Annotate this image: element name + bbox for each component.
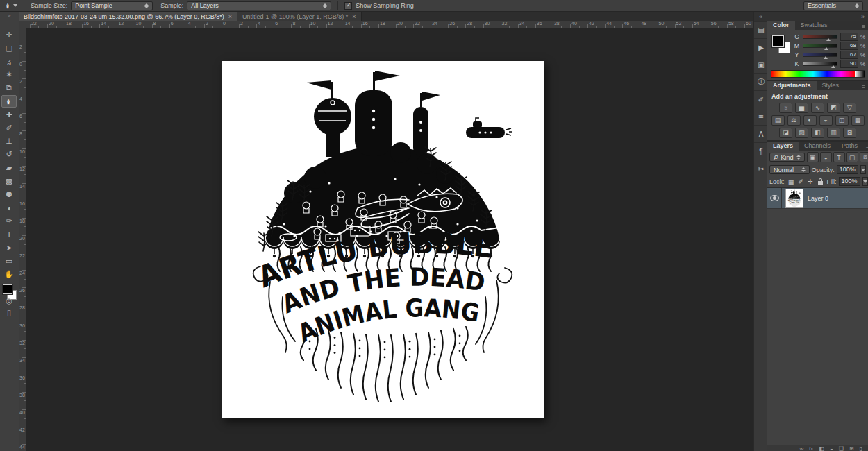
path-selection-tool[interactable]: ➤ bbox=[1, 241, 17, 254]
color-fg-bg-swatches[interactable] bbox=[772, 35, 790, 53]
lock-all-button[interactable] bbox=[816, 177, 825, 186]
layer-filter-kind-dropdown[interactable]: ⚲ Kind bbox=[769, 153, 805, 162]
new-layer-icon[interactable]: ⊞ bbox=[849, 446, 854, 451]
tool-presets-panel[interactable]: ✂ bbox=[754, 160, 768, 177]
channel-slider[interactable] bbox=[803, 35, 837, 39]
document-tab[interactable]: Bildschirmfoto 2017-03-24 um 15.32.00.pn… bbox=[19, 12, 237, 21]
eyedropper-tool[interactable]: ✒ bbox=[1, 95, 17, 108]
layer-row[interactable]: Layer 0 bbox=[767, 188, 868, 209]
add-layer-mask-icon[interactable]: ◧ bbox=[819, 446, 824, 451]
grayscale-ramp[interactable] bbox=[855, 71, 865, 77]
channel-value-field[interactable]: 75 bbox=[840, 33, 858, 41]
black-white-adjustment-button[interactable]: ◐ bbox=[803, 115, 817, 126]
panel-tab-color[interactable]: Color bbox=[767, 21, 795, 30]
panel-tab-paths[interactable]: Paths bbox=[836, 142, 863, 151]
gradient-tool[interactable]: ▩ bbox=[1, 175, 17, 187]
quick-mask-mode[interactable]: ◎ bbox=[1, 294, 17, 307]
close-tab-icon[interactable]: × bbox=[352, 13, 356, 20]
channel-mixer-adjustment-button[interactable]: ◫ bbox=[835, 115, 849, 126]
panel-tab-channels[interactable]: Channels bbox=[799, 142, 836, 151]
current-tool-button[interactable]: ✒ bbox=[5, 1, 17, 10]
posterize-adjustment-button[interactable]: ▨ bbox=[795, 128, 808, 138]
opacity-dropdown-icon[interactable] bbox=[860, 165, 866, 174]
document-pasteboard[interactable]: ARTLU BUBBLE AND THE DEAD ANIMAL GANG bbox=[26, 28, 753, 451]
slider-thumb-icon[interactable] bbox=[826, 38, 831, 41]
panel-menu-icon[interactable]: ≡ bbox=[859, 84, 868, 90]
gradient-map-adjustment-button[interactable]: ▥ bbox=[827, 128, 840, 138]
show-sampling-ring-checkbox[interactable]: ✓ bbox=[344, 2, 352, 10]
crop-tool[interactable]: ⧉ bbox=[1, 82, 17, 94]
slider-thumb-icon[interactable] bbox=[831, 65, 835, 68]
clone-stamp-tool[interactable]: ⊥ bbox=[1, 135, 17, 148]
actions-panel[interactable]: ▶ bbox=[754, 38, 768, 56]
fill-field[interactable]: 100% bbox=[839, 177, 860, 186]
hand-tool[interactable]: ✋ bbox=[1, 269, 17, 281]
slider-thumb-icon[interactable] bbox=[824, 56, 828, 59]
channel-slider[interactable] bbox=[803, 62, 837, 66]
healing-brush-tool[interactable]: ✚ bbox=[1, 108, 17, 121]
photo-filter-adjustment-button[interactable]: ◒ bbox=[819, 115, 833, 126]
horizontal-ruler[interactable]: 2220181614121086420246810121416182022242… bbox=[26, 21, 753, 28]
document-canvas[interactable]: ARTLU BUBBLE AND THE DEAD ANIMAL GANG bbox=[222, 61, 544, 418]
new-adjustment-layer-icon[interactable]: ◒ bbox=[830, 446, 833, 451]
close-tab-icon[interactable]: × bbox=[228, 13, 232, 20]
move-tool[interactable]: ✛ bbox=[1, 28, 17, 41]
brush-tool[interactable]: ✐ bbox=[1, 121, 17, 134]
color-balance-adjustment-button[interactable]: ⚖ bbox=[787, 115, 801, 126]
toolbar-collapse-icon[interactable]: » bbox=[0, 12, 19, 19]
panel-tab-layers[interactable]: Layers bbox=[767, 142, 799, 151]
opacity-field[interactable]: 100% bbox=[837, 165, 858, 174]
brush-presets-panel[interactable]: ≣ bbox=[754, 108, 768, 125]
layer-visibility-toggle[interactable] bbox=[767, 188, 782, 208]
panel-tab-styles[interactable]: Styles bbox=[817, 81, 845, 90]
filter-adjustment-layers[interactable]: ◒ bbox=[820, 152, 832, 162]
channel-value-field[interactable]: 68 bbox=[840, 42, 858, 50]
foreground-color-swatch[interactable] bbox=[3, 284, 12, 294]
eraser-tool[interactable]: ▰ bbox=[1, 162, 17, 174]
foreground-color-swatch[interactable] bbox=[772, 35, 784, 47]
channel-value-field[interactable]: 90 bbox=[840, 60, 858, 68]
channel-slider[interactable] bbox=[803, 44, 837, 48]
vertical-ruler[interactable]: 2024681012141618202224262830323436384042… bbox=[19, 28, 26, 451]
lock-transparency-button[interactable]: ▦ bbox=[787, 177, 796, 186]
dodge-tool[interactable]: ◖ bbox=[1, 202, 17, 214]
sample-dropdown[interactable]: All Layers bbox=[187, 1, 331, 10]
lock-paint-button[interactable]: ✐ bbox=[796, 177, 806, 186]
panel-menu-icon[interactable]: ≡ bbox=[859, 24, 868, 30]
panel-tab-adjustments[interactable]: Adjustments bbox=[767, 81, 817, 90]
color-spectrum-ramp[interactable] bbox=[771, 70, 865, 78]
lasso-tool[interactable]: ʓ bbox=[1, 55, 17, 67]
marquee-tool[interactable]: ▢ bbox=[1, 42, 17, 54]
panel-tab-swatches[interactable]: Swatches bbox=[795, 21, 833, 30]
exposure-adjustment-button[interactable]: ◩ bbox=[827, 103, 840, 113]
properties-panel[interactable]: ▣ bbox=[754, 56, 768, 73]
channel-slider[interactable] bbox=[803, 53, 837, 57]
type-tool[interactable]: T bbox=[1, 228, 17, 241]
curves-adjustment-button[interactable]: ∿ bbox=[811, 103, 824, 113]
new-group-icon[interactable]: ❑ bbox=[839, 446, 844, 451]
panel-menu-icon[interactable]: ≡ bbox=[863, 144, 868, 151]
history-brush-tool[interactable]: ↺ bbox=[1, 148, 17, 161]
brightness-contrast-adjustment-button[interactable]: ☼ bbox=[779, 103, 792, 113]
slider-thumb-icon[interactable] bbox=[824, 47, 828, 50]
layer-style-icon[interactable]: fx bbox=[809, 446, 813, 451]
layer-thumbnail[interactable] bbox=[786, 189, 803, 207]
quick-selection-tool[interactable]: ✶ bbox=[1, 69, 17, 81]
filter-pixel-layers[interactable]: ▣ bbox=[807, 152, 819, 162]
filter-type-layers[interactable]: T bbox=[833, 152, 845, 162]
color-lookup-adjustment-button[interactable]: ▦ bbox=[851, 115, 865, 126]
document-tab[interactable]: Untitled-1 @ 100% (Layer 1, RGB/8) *× bbox=[237, 12, 361, 21]
brush-panel[interactable]: ✐ bbox=[754, 90, 768, 108]
blend-mode-dropdown[interactable]: Normal bbox=[769, 165, 810, 174]
sample-size-dropdown[interactable]: Point Sample bbox=[71, 1, 153, 10]
invert-adjustment-button[interactable]: ◪ bbox=[779, 128, 792, 138]
vibrance-adjustment-button[interactable]: ▽ bbox=[843, 103, 856, 113]
screen-mode[interactable]: ▯ bbox=[1, 306, 17, 318]
workspace-dropdown[interactable]: Essentials bbox=[803, 1, 863, 10]
collapse-panels-icon[interactable]: » bbox=[861, 13, 865, 20]
history-panel[interactable]: ▤ bbox=[754, 21, 768, 38]
threshold-adjustment-button[interactable]: ◧ bbox=[811, 128, 824, 138]
shape-tool[interactable]: ▭ bbox=[1, 255, 17, 267]
hue-saturation-adjustment-button[interactable]: ▤ bbox=[771, 115, 785, 126]
expand-dock-icon[interactable]: « bbox=[754, 12, 767, 21]
